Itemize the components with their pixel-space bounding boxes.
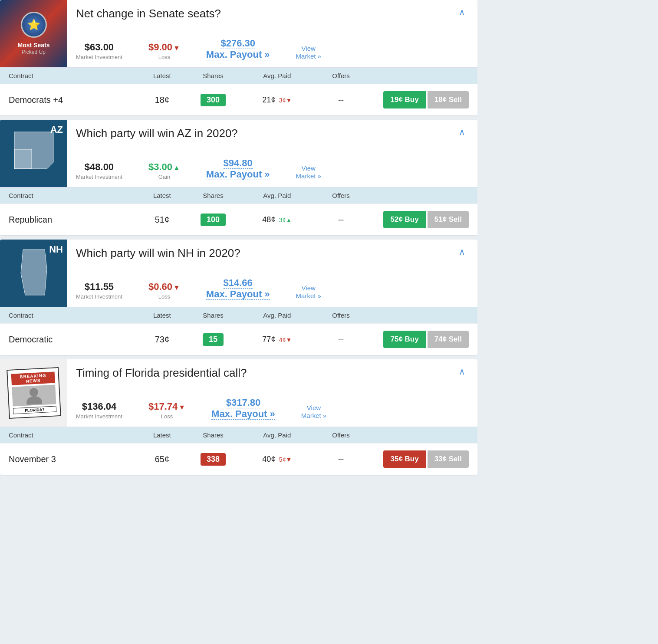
market-card-senate: ⭐ Most SeatsPicked Up Net change in Sena… xyxy=(0,0,477,115)
max-payout-link[interactable]: $14.66Max. Payout » xyxy=(206,277,270,300)
change-label: Loss xyxy=(148,293,180,300)
contract-name: Democrats +4 xyxy=(9,95,63,105)
market-investment-value: $63.00 xyxy=(76,42,122,53)
latest-price: 65¢ xyxy=(155,454,169,464)
market-stats: $48.00 Market Investment $3.00 Gain $94.… xyxy=(76,158,469,180)
collapse-button[interactable]: ∧ xyxy=(455,127,469,137)
shares-cell: 338 xyxy=(188,453,239,466)
market-investment-value: $136.04 xyxy=(76,401,122,412)
change-value: $3.00 xyxy=(148,161,180,173)
market-investment-stat: $136.04 Market Investment xyxy=(76,401,122,420)
change-down-icon: 4¢▼ xyxy=(279,336,292,343)
contract-name-cell: Democrats +4 xyxy=(9,95,136,105)
latest-price-cell: 65¢ xyxy=(136,454,188,464)
market-investment-stat: $48.00 Market Investment xyxy=(76,161,122,180)
collapse-button[interactable]: ∧ xyxy=(455,7,469,17)
table-header-row: Contract Latest Shares Avg. Paid Offers xyxy=(0,427,477,443)
latest-price: 73¢ xyxy=(155,335,169,344)
max-payout-link[interactable]: $317.80Max. Payout » xyxy=(211,397,275,420)
market-title-row: Which party will win AZ in 2020?∧ xyxy=(76,127,469,140)
change-label: Loss xyxy=(148,413,185,420)
col-header-shares: Shares xyxy=(188,431,239,439)
table-header-row: Contract Latest Shares Avg. Paid Offers xyxy=(0,187,477,204)
max-payout-link[interactable]: $276.30Max. Payout » xyxy=(206,38,270,60)
latest-price-cell: 18¢ xyxy=(136,95,188,105)
change-down-icon: 3¢▼ xyxy=(279,97,292,104)
news-image xyxy=(12,384,56,406)
buy-button[interactable]: 35¢ Buy xyxy=(383,450,425,468)
market-investment-label: Market Investment xyxy=(76,293,122,300)
view-market-link[interactable]: ViewMarket » xyxy=(296,164,321,180)
action-buttons: 35¢ Buy 33¢ Sell xyxy=(366,450,469,468)
avg-paid-value: 21¢ xyxy=(262,95,275,104)
col-header-offers: Offers xyxy=(316,431,367,439)
market-investment-label: Market Investment xyxy=(76,54,122,60)
max-payout-stat: $14.66Max. Payout » xyxy=(206,277,270,300)
market-investment-stat: $63.00 Market Investment xyxy=(76,42,122,60)
view-market-link[interactable]: ViewMarket » xyxy=(296,284,321,299)
col-header-offers: Offers xyxy=(316,72,367,79)
view-market-link[interactable]: ViewMarket » xyxy=(296,45,321,60)
news-thumb: BREAKINGNEWS FLORIDA? xyxy=(0,359,67,427)
change-stat: $9.00 Loss xyxy=(148,42,180,60)
market-title: Timing of Florida presidential call? xyxy=(76,366,455,380)
person-silhouette xyxy=(23,386,45,405)
market-thumbnail: AZ xyxy=(0,120,67,187)
change-down-icon: 5¢▼ xyxy=(279,456,292,463)
az-thumb: AZ xyxy=(0,120,67,187)
buy-button[interactable]: 19¢ Buy xyxy=(383,91,425,108)
contract-table: Contract Latest Shares Avg. Paid Offers … xyxy=(0,187,477,235)
shares-badge: 338 xyxy=(201,453,226,466)
market-card-az: AZ Which party will win AZ in 2020?∧ $48… xyxy=(0,120,477,235)
sell-button[interactable]: 33¢ Sell xyxy=(428,450,469,468)
market-title: Net change in Senate seats? xyxy=(76,7,455,20)
buy-button[interactable]: 75¢ Buy xyxy=(383,331,425,348)
market-info: Timing of Florida presidential call?∧ $1… xyxy=(67,359,477,427)
svg-marker-2 xyxy=(21,250,47,295)
latest-price: 51¢ xyxy=(155,215,169,224)
max-payout-value: $317.80Max. Payout » xyxy=(211,397,275,420)
col-header-contract: Contract xyxy=(9,312,136,319)
max-payout-value: $94.80Max. Payout » xyxy=(206,158,270,180)
avg-paid-cell: 48¢ 3¢▲ xyxy=(239,215,316,224)
collapse-button[interactable]: ∧ xyxy=(455,246,469,257)
market-title-row: Which party will win NH in 2020?∧ xyxy=(76,246,469,260)
contract-name: November 3 xyxy=(9,454,56,464)
sell-button[interactable]: 18¢ Sell xyxy=(428,91,469,108)
senate-thumb: ⭐ Most SeatsPicked Up xyxy=(0,0,67,67)
view-market-stat: ViewMarket » xyxy=(296,284,321,300)
sell-button[interactable]: 51¢ Sell xyxy=(428,211,469,228)
market-card-florida: BREAKINGNEWS FLORIDA? Timing of Florida … xyxy=(0,359,477,475)
shares-badge: 100 xyxy=(201,214,226,226)
col-header-latest: Latest xyxy=(136,431,188,439)
nh-shape xyxy=(16,247,51,299)
view-market-link[interactable]: ViewMarket » xyxy=(301,404,326,419)
avg-paid-cell: 40¢ 5¢▼ xyxy=(239,455,316,464)
table-header-row: Contract Latest Shares Avg. Paid Offers xyxy=(0,68,477,84)
max-payout-value: $276.30Max. Payout » xyxy=(206,38,270,60)
collapse-button[interactable]: ∧ xyxy=(455,366,469,377)
breaking-news-label: BREAKINGNEWS xyxy=(11,371,55,385)
change-stat: $17.74 Loss xyxy=(148,401,185,420)
change-value: $0.60 xyxy=(148,281,180,292)
max-payout-link[interactable]: $94.80Max. Payout » xyxy=(206,158,270,180)
shares-cell: 100 xyxy=(188,214,239,226)
market-investment-stat: $11.55 Market Investment xyxy=(76,281,122,300)
avg-paid-value: 77¢ xyxy=(262,335,275,344)
market-header: NH Which party will win NH in 2020?∧ $11… xyxy=(0,240,477,307)
florida-text: FLORIDA? xyxy=(13,406,56,414)
buy-button[interactable]: 52¢ Buy xyxy=(383,211,425,228)
svg-point-3 xyxy=(29,388,38,397)
svg-marker-1 xyxy=(14,149,32,169)
sell-button[interactable]: 74¢ Sell xyxy=(428,331,469,348)
col-header-actions xyxy=(366,312,469,319)
action-buttons: 19¢ Buy 18¢ Sell xyxy=(366,91,469,108)
col-header-avgpaid: Avg. Paid xyxy=(239,72,316,79)
col-header-avgpaid: Avg. Paid xyxy=(239,312,316,319)
latest-price-cell: 73¢ xyxy=(136,335,188,345)
change-up-icon: 3¢▲ xyxy=(279,217,292,223)
state-code-label: NH xyxy=(49,244,63,255)
col-header-offers: Offers xyxy=(316,192,367,199)
col-header-contract: Contract xyxy=(9,431,136,439)
market-header: AZ Which party will win AZ in 2020?∧ $48… xyxy=(0,120,477,187)
